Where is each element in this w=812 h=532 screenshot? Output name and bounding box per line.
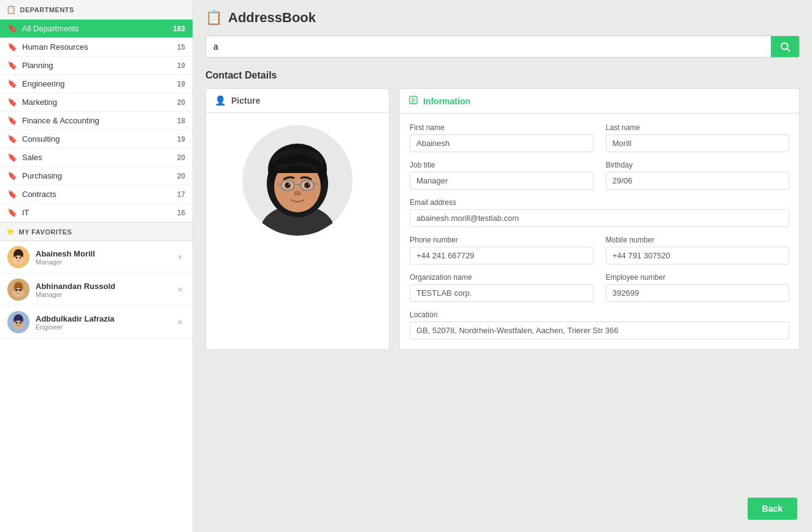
last-name-label: Last name — [606, 123, 790, 132]
dept-count-finance: 18 — [177, 117, 185, 125]
birthday-label: Birthday — [606, 161, 790, 169]
last-name-value: Morill — [606, 134, 790, 152]
picture-panel-title: Picture — [231, 96, 260, 106]
svg-point-50 — [288, 183, 289, 185]
favorites-star-icon: ⭐ — [6, 228, 15, 236]
dept-label-marketing: Marketing — [22, 98, 177, 107]
mobile-label: Mobile number — [606, 236, 790, 244]
favorites-header-label: MY FAVORITES — [19, 228, 72, 236]
fav-item-3[interactable]: Adbdulkadir Lafrazia Engineer × — [0, 306, 193, 339]
dept-item-planning[interactable]: 🔖 Planning 19 — [0, 56, 193, 75]
fav-name-2: Abhinandan Russold — [36, 282, 175, 291]
picture-panel: 👤 Picture — [205, 88, 389, 350]
fav-info-3: Adbdulkadir Lafrazia Engineer — [36, 314, 175, 331]
dept-label-sales: Sales — [22, 153, 177, 162]
job-title-label: Job title — [410, 161, 594, 169]
email-label: Email address — [410, 198, 789, 207]
svg-point-56 — [308, 193, 318, 199]
dept-icon-contracts: 🔖 — [7, 190, 17, 199]
svg-point-5 — [16, 257, 18, 259]
dept-item-engineering[interactable]: 🔖 Engineering 19 — [0, 75, 193, 93]
back-button[interactable]: Back — [748, 498, 797, 520]
dept-item-purchasing[interactable]: 🔖 Purchasing 20 — [0, 167, 193, 185]
fav-name-1: Abainesh Morill — [36, 249, 175, 258]
svg-point-6 — [20, 257, 21, 259]
dept-label-planning: Planning — [22, 61, 177, 70]
dept-count-engineering: 19 — [177, 80, 185, 88]
dept-item-finance[interactable]: 🔖 Finance & Accounting 18 — [0, 112, 193, 130]
picture-header-icon: 👤 — [215, 95, 226, 106]
svg-rect-16 — [15, 287, 18, 288]
dept-icon-all: 🔖 — [7, 24, 17, 33]
fav-role-3: Engineer — [36, 323, 175, 331]
svg-line-31 — [787, 48, 789, 51]
favorites-list: Abainesh Morill Manager × — [0, 241, 193, 339]
search-bar — [205, 36, 800, 58]
birthday-group: Birthday 29/06 — [606, 161, 790, 190]
location-value: GB, 52078, Nordrhein-Westfalen, Aachen, … — [410, 322, 789, 339]
dept-item-all[interactable]: 🔖 All Departments 183 — [0, 20, 193, 38]
dept-label-finance: Finance & Accounting — [22, 116, 177, 125]
fav-item-1[interactable]: Abainesh Morill Manager × — [0, 241, 193, 274]
dept-label-all: All Departments — [22, 24, 173, 33]
location-group: Location GB, 52078, Nordrhein-Westfalen,… — [410, 310, 789, 339]
first-name-group: First name Abainesh — [410, 123, 594, 152]
first-name-label: First name — [410, 123, 594, 132]
emp-num-group: Employee number 392699 — [606, 273, 790, 302]
svg-point-27 — [20, 322, 21, 324]
fav-remove-1[interactable]: × — [175, 251, 185, 263]
dept-item-sales[interactable]: 🔖 Sales 20 — [0, 148, 193, 167]
email-group: Email address abainesh.morill@testlab.co… — [410, 198, 789, 227]
fav-remove-3[interactable]: × — [175, 316, 185, 328]
emp-num-label: Employee number — [606, 273, 790, 282]
fav-name-3: Adbdulkadir Lafrazia — [36, 314, 175, 323]
fav-role-2: Manager — [36, 291, 175, 298]
dept-item-hr[interactable]: 🔖 Human Resources 15 — [0, 38, 193, 56]
dept-icon-purchasing: 🔖 — [7, 171, 17, 180]
dept-item-contracts[interactable]: 🔖 Contracts 17 — [0, 185, 193, 204]
fav-remove-2[interactable]: × — [175, 283, 185, 296]
dept-label-contracts: Contracts — [22, 190, 177, 199]
departments-header-label: DEPARTMENTS — [20, 6, 74, 13]
svg-rect-7 — [15, 255, 18, 256]
fav-avatar-2 — [7, 279, 29, 301]
email-value: abainesh.morill@testlab.com — [410, 209, 789, 227]
picture-body — [206, 113, 389, 248]
phone-value: +44 241 667729 — [410, 247, 594, 264]
page-title-area: 📋 AddressBook — [205, 10, 800, 26]
dept-label-engineering: Engineering — [22, 79, 177, 88]
picture-panel-header: 👤 Picture — [206, 89, 389, 113]
location-label: Location — [410, 310, 789, 319]
info-header-icon — [408, 95, 418, 107]
dept-label-purchasing: Purchasing — [22, 171, 177, 180]
info-panel-header: Information — [400, 89, 799, 114]
svg-point-53 — [294, 193, 297, 196]
search-input[interactable] — [206, 37, 771, 56]
dept-icon-sales: 🔖 — [7, 153, 17, 162]
first-name-value: Abainesh — [410, 134, 594, 152]
dept-item-consulting[interactable]: 🔖 Consulting 19 — [0, 130, 193, 148]
fav-role-1: Manager — [36, 258, 175, 266]
dept-label-consulting: Consulting — [22, 134, 177, 144]
mobile-value: +44 791 307520 — [606, 247, 790, 264]
svg-point-30 — [781, 43, 788, 50]
dept-count-planning: 19 — [177, 61, 185, 70]
dept-count-contracts: 17 — [177, 190, 185, 199]
back-button-area: Back — [748, 498, 797, 520]
dept-count-it: 16 — [177, 209, 185, 217]
phone-group: Phone number +44 241 667729 — [410, 236, 594, 264]
fav-item-2[interactable]: Abhinandan Russold Manager × — [0, 274, 193, 306]
dept-icon-marketing: 🔖 — [7, 98, 17, 107]
svg-rect-17 — [19, 287, 21, 288]
emp-num-value: 392699 — [606, 284, 790, 302]
org-group: Organization name TESTLAB corp. — [410, 273, 594, 302]
contact-details-grid: 👤 Picture — [205, 88, 800, 350]
dept-icon-it: 🔖 — [7, 208, 17, 217]
dept-item-it[interactable]: 🔖 IT 16 — [0, 204, 193, 222]
fav-avatar-3 — [7, 311, 29, 333]
org-value: TESTLAB corp. — [410, 284, 594, 302]
search-button[interactable] — [771, 36, 799, 57]
info-panel: Information First name Abainesh Last nam… — [399, 88, 800, 350]
dept-item-marketing[interactable]: 🔖 Marketing 20 — [0, 93, 193, 112]
dept-count-purchasing: 20 — [177, 172, 185, 180]
